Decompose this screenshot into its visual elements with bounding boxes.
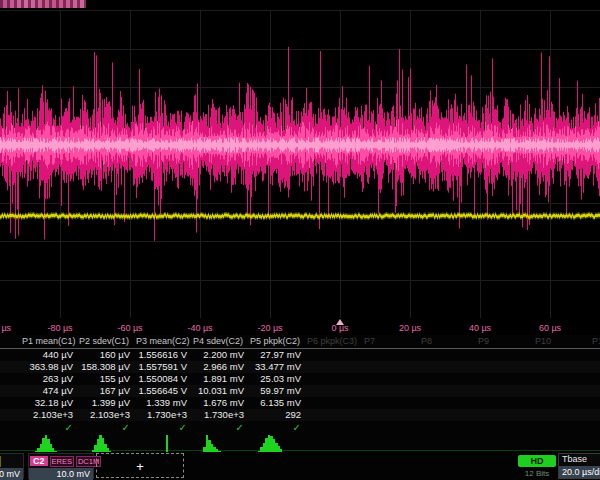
measurement-value: 363.98 µV <box>21 361 78 373</box>
measurement-value: 2.103e+3 <box>21 409 78 421</box>
time-axis-label: -20 µs <box>257 323 282 333</box>
measurement-value <box>477 397 534 409</box>
measurement-value <box>534 397 591 409</box>
toolbar-top-divider <box>0 450 600 451</box>
measurement-value: 1.676 mV <box>192 397 249 409</box>
c2-eres-badge: ERES <box>50 456 74 467</box>
top-left-ui-fragment <box>0 0 86 8</box>
measurement-column-header[interactable]: P11 <box>591 335 600 348</box>
oscilloscope-screen: -100 µs-80 µs-60 µs-40 µs-20 µs0 µs20 µs… <box>0 0 600 480</box>
measurement-value <box>420 373 477 385</box>
time-axis-label: -80 µs <box>47 323 72 333</box>
measurement-value: 440 µV <box>21 349 78 361</box>
measurement-value: 474 µV <box>21 385 78 397</box>
measurement-status-check: ✓ <box>249 421 306 434</box>
measurement-column-header[interactable]: P5 pkpk(C2) <box>249 335 306 348</box>
channel-descriptor-c2[interactable]: C2 ERES DC1M 10.0 mV <box>28 453 94 479</box>
measurement-value <box>363 361 420 373</box>
c2-descriptor-title: C2 ERES DC1M <box>29 454 93 467</box>
measurement-status-check <box>363 421 420 434</box>
hd-bits-label: 12 Bits <box>516 469 558 478</box>
measurement-value: 1.556645 V <box>135 385 192 397</box>
measurement-column-header[interactable]: P3 mean(C2) <box>135 335 192 348</box>
measurement-value <box>420 385 477 397</box>
bottom-toolbar: C1 DC1M 10.0 mV C2 ERES DC1M 10.0 mV + H… <box>0 452 600 480</box>
time-axis-label: -100 µs <box>0 323 11 333</box>
measurement-status-check <box>534 421 591 434</box>
measurement-value: 158.308 µV <box>78 361 135 373</box>
c1-coupling-badge: DC1M <box>0 456 1 467</box>
c2-scale-value: 10.0 mV <box>29 468 93 480</box>
measurement-value <box>306 373 363 385</box>
measurement-value <box>420 397 477 409</box>
measurement-value: 2.200 mV <box>192 349 249 361</box>
measurement-value <box>534 385 591 397</box>
time-axis: -100 µs-80 µs-60 µs-40 µs-20 µs0 µs20 µs… <box>0 318 600 335</box>
measurement-value <box>363 385 420 397</box>
measurement-status-check <box>591 421 600 434</box>
measurement-column-header[interactable]: P2 sdev(C1) <box>78 335 135 348</box>
timebase-scale-value: 20.0 µs/div <box>559 466 600 478</box>
measurement-value <box>591 397 600 409</box>
measurement-value: 59.97 mV <box>249 385 306 397</box>
measurement-value: 160 µV <box>78 349 135 361</box>
measurement-value <box>420 409 477 421</box>
measurement-status-check: ✓ <box>192 421 249 434</box>
measurement-value: 10.031 mV <box>192 385 249 397</box>
measurement-column-header[interactable]: P1 mean(C1) <box>21 335 78 348</box>
measurement-column-header[interactable]: P7 <box>363 335 420 348</box>
timebase-title: Tbase <box>559 454 600 465</box>
measurement-value <box>591 409 600 421</box>
measurement-value <box>534 373 591 385</box>
measurement-value: 1.339 mV <box>135 397 192 409</box>
hd-mode-badge[interactable]: HD <box>518 455 556 467</box>
measurement-column-header[interactable]: P6 pkpk(C3) <box>306 335 363 348</box>
c2-channel-badge: C2 <box>30 456 48 466</box>
measurement-value <box>420 349 477 361</box>
measurement-value <box>306 397 363 409</box>
channel-descriptor-c1[interactable]: C1 DC1M 10.0 mV <box>0 453 24 479</box>
measurement-table-body: 440 µV160 µV1.556616 V2.200 mV27.97 mV36… <box>0 349 600 421</box>
measurement-status-check: ✓ <box>135 421 192 434</box>
measurement-value <box>477 361 534 373</box>
measurement-value: 1.730e+3 <box>192 409 249 421</box>
measurement-table-row: 2.103e+32.103e+31.730e+31.730e+3292 <box>0 409 600 421</box>
time-axis-label: 40 µs <box>469 323 491 333</box>
measurement-table-row: 363.98 µV158.308 µV1.557591 V2.966 mV33.… <box>0 361 600 373</box>
measurement-table[interactable]: P1 mean(C1)P2 sdev(C1)P3 mean(C2)P4 sdev… <box>0 335 600 456</box>
measurement-value <box>477 385 534 397</box>
measurement-value: 32.18 µV <box>21 397 78 409</box>
measurement-column-header[interactable]: P8 <box>420 335 477 348</box>
measurement-value <box>591 361 600 373</box>
timebase-descriptor[interactable]: Tbase 20.0 µs/div <box>558 453 600 479</box>
add-trace-button[interactable]: + <box>96 453 184 478</box>
measurement-value: 155 µV <box>78 373 135 385</box>
measurement-column-header[interactable]: P10 <box>534 335 591 348</box>
measurement-value <box>306 409 363 421</box>
measurement-column-header[interactable]: P9 <box>477 335 534 348</box>
measurement-table-header: P1 mean(C1)P2 sdev(C1)P3 mean(C2)P4 sdev… <box>0 335 600 349</box>
measurement-value: 1.891 mV <box>192 373 249 385</box>
measurement-value <box>591 385 600 397</box>
measurement-status-check <box>420 421 477 434</box>
time-axis-label: -40 µs <box>187 323 212 333</box>
waveform-grid[interactable] <box>0 10 600 318</box>
measurement-status-check <box>477 421 534 434</box>
measurement-value: 25.03 mV <box>249 373 306 385</box>
measurement-value: 292 <box>249 409 306 421</box>
c1-descriptor-title: C1 DC1M <box>0 454 23 467</box>
time-axis-label: 20 µs <box>399 323 421 333</box>
measurement-table-row: 32.18 µV1.399 µV1.339 mV1.676 mV6.135 mV <box>0 397 600 409</box>
c1-scale-value: 10.0 mV <box>0 468 23 480</box>
measurement-value <box>306 361 363 373</box>
measurement-value <box>477 349 534 361</box>
measurement-value <box>591 349 600 361</box>
time-axis-label: -60 µs <box>117 323 142 333</box>
measurement-value <box>420 361 477 373</box>
measurement-value <box>306 385 363 397</box>
measurement-column-header[interactable]: P4 sdev(C2) <box>192 335 249 348</box>
measurement-value <box>477 373 534 385</box>
measurement-value <box>363 397 420 409</box>
measurement-status-check: ✓ <box>78 421 135 434</box>
measurement-status-check <box>306 421 363 434</box>
